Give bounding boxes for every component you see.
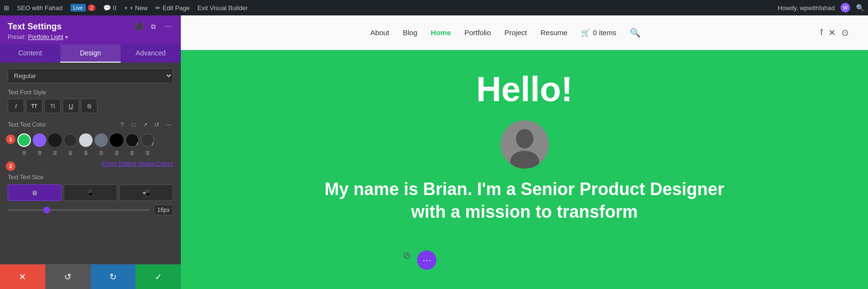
finish-editing-link[interactable]: Finish Editing Global Colors bbox=[8, 160, 173, 167]
swatch-black[interactable] bbox=[110, 133, 123, 147]
admin-bar-right: Howdy, wpwithfahad W 🔍 bbox=[778, 3, 864, 13]
exit-visual-label: Exit Visual Builder bbox=[197, 4, 248, 12]
font-style-select[interactable]: Regular bbox=[8, 68, 173, 83]
facebook-icon[interactable]: f bbox=[820, 27, 823, 38]
trash-7[interactable]: 🗑 bbox=[110, 148, 123, 158]
nav-about[interactable]: About bbox=[370, 28, 389, 37]
strikethrough-button[interactable]: S bbox=[81, 99, 97, 113]
trash-row-1: 🗑 🗑 🗑 🗑 🗑 🗑 🗑 🗑 🗑 bbox=[8, 148, 173, 158]
nav-cart[interactable]: 🛒 0 items bbox=[581, 28, 616, 37]
hero-section: Hello! My name is Brian. I'm a Senior Pr… bbox=[181, 50, 868, 289]
trash-2[interactable]: 🗑 bbox=[33, 148, 46, 158]
admin-search-icon[interactable]: 🔍 bbox=[856, 4, 864, 12]
swatch-green[interactable] bbox=[17, 133, 31, 147]
social-icons: f ✕ ⊙ bbox=[820, 27, 849, 38]
trash-8[interactable]: 🗑 bbox=[125, 148, 139, 158]
instagram-icon[interactable]: ⊙ bbox=[841, 27, 849, 38]
undo-button[interactable]: ↺ bbox=[45, 264, 91, 289]
exit-visual-item[interactable]: Exit Visual Builder bbox=[197, 4, 248, 12]
cursor-indicator: ⊘ bbox=[403, 250, 411, 261]
link-icon[interactable]: ↗ bbox=[140, 120, 150, 130]
undo-icon: ↺ bbox=[64, 272, 71, 282]
color-section-header: Text Text Color ? □ ↗ ↺ ⋯ bbox=[8, 120, 173, 130]
trash-4[interactable]: 🗑 bbox=[64, 148, 77, 158]
site-name: SEO with Fahad bbox=[17, 4, 63, 12]
help-icon[interactable]: ? bbox=[117, 120, 127, 130]
size-slider[interactable] bbox=[8, 209, 150, 211]
live-badge-item[interactable]: Live 2 bbox=[70, 4, 95, 12]
size-mobile-btn[interactable]: 📲 bbox=[119, 184, 173, 201]
panel-title-row: Text Settings ⬛ ⧉ ⋯ bbox=[8, 21, 173, 32]
swatch-dark1[interactable] bbox=[48, 133, 62, 147]
plus-icon: + bbox=[124, 4, 128, 12]
trash-6[interactable]: 🗑 bbox=[95, 148, 108, 158]
chat-icon: ⋯ bbox=[422, 255, 431, 265]
chat-bubble-button[interactable]: ⋯ bbox=[417, 250, 436, 270]
live-badge: Live bbox=[70, 4, 86, 12]
trash-1[interactable]: 🗑 bbox=[17, 148, 31, 158]
nav-resume[interactable]: Resume bbox=[541, 28, 568, 37]
panel-body: Regular Text Font Style I TT Tt U S Text… bbox=[0, 63, 181, 264]
tab-content[interactable]: Content bbox=[0, 44, 60, 63]
nav-portfolio[interactable]: Portfolio bbox=[464, 28, 491, 37]
nav-home[interactable]: Home bbox=[431, 28, 451, 37]
cart-count: 0 items bbox=[593, 28, 616, 37]
titlecase-button[interactable]: Tt bbox=[44, 99, 61, 113]
desktop-icon: 🖥 bbox=[31, 189, 38, 197]
minimize-icon[interactable]: ⬛ bbox=[134, 21, 144, 32]
preset-value[interactable]: Portfolio Light bbox=[28, 34, 63, 40]
cart-icon: 🛒 bbox=[581, 28, 590, 37]
slider-row: 16px bbox=[8, 205, 173, 215]
color-section-icons: ? □ ↗ ↺ ⋯ bbox=[117, 120, 173, 130]
swatch-lightgray[interactable] bbox=[79, 133, 93, 147]
nav-project[interactable]: Project bbox=[504, 28, 527, 37]
swatch-custom2[interactable]: / bbox=[141, 133, 154, 147]
main-wrapper: Text Settings ⬛ ⧉ ⋯ Preset: Portfolio Li… bbox=[0, 15, 868, 289]
trash-3[interactable]: 🗑 bbox=[48, 148, 62, 158]
nav-blog[interactable]: Blog bbox=[403, 28, 417, 37]
size-section-label: Text Text Size bbox=[8, 174, 173, 181]
hero-greeting: Hello! bbox=[476, 69, 572, 109]
swatch-custom1[interactable]: / bbox=[125, 133, 139, 147]
italic-button[interactable]: I bbox=[8, 99, 24, 113]
edit-page-item[interactable]: ✏ Edit Page bbox=[155, 4, 190, 12]
comments-item[interactable]: 💬 0 bbox=[103, 4, 116, 12]
bottom-toolbar: ✕ ↺ ↻ ✓ bbox=[0, 264, 181, 289]
size-buttons-row: 🖥 📱 📲 bbox=[8, 184, 173, 201]
tab-advanced[interactable]: Advanced bbox=[121, 44, 181, 63]
twitter-icon[interactable]: ✕ bbox=[828, 27, 836, 38]
tab-design[interactable]: Design bbox=[60, 44, 121, 63]
more-options-icon[interactable]: ⋯ bbox=[163, 21, 173, 32]
howdy-text: Howdy, wpwithfahad bbox=[778, 4, 835, 12]
new-item[interactable]: + + New bbox=[124, 4, 148, 12]
swatch-midgray[interactable] bbox=[95, 133, 108, 147]
cancel-icon: ✕ bbox=[19, 272, 26, 282]
wp-icon: ⊞ bbox=[4, 4, 9, 12]
preset-chevron-icon[interactable]: ▾ bbox=[65, 34, 68, 40]
reset-icon[interactable]: ↺ bbox=[152, 120, 162, 130]
swatch-dark2[interactable] bbox=[64, 133, 77, 147]
trash-5[interactable]: 🗑 bbox=[79, 148, 93, 158]
size-value: 16px bbox=[154, 205, 173, 215]
copy-icon[interactable]: □ bbox=[129, 120, 138, 130]
allcaps-button[interactable]: TT bbox=[26, 99, 42, 113]
size-desktop-btn[interactable]: 🖥 bbox=[8, 184, 62, 201]
panel-header-icons: ⬛ ⧉ ⋯ bbox=[134, 21, 173, 32]
user-avatar[interactable]: W bbox=[841, 3, 850, 13]
wp-logo-item[interactable]: ⊞ bbox=[4, 4, 9, 12]
save-button[interactable]: ✓ bbox=[136, 264, 181, 289]
expand-icon[interactable]: ⧉ bbox=[148, 21, 159, 32]
site-nav: About Blog Home Portfolio Project Resume… bbox=[181, 15, 868, 50]
size-tablet-btn[interactable]: 📱 bbox=[64, 184, 118, 201]
nav-search-icon[interactable]: 🔍 bbox=[630, 27, 640, 38]
site-name-item[interactable]: SEO with Fahad bbox=[17, 4, 63, 12]
swatch-purple[interactable] bbox=[33, 133, 46, 147]
cancel-button[interactable]: ✕ bbox=[0, 264, 45, 289]
new-label: + New bbox=[130, 4, 148, 12]
redo-icon: ↻ bbox=[109, 272, 117, 282]
more-color-icon[interactable]: ⋯ bbox=[163, 120, 173, 130]
notif-count: 0 bbox=[113, 4, 116, 12]
underline-button[interactable]: U bbox=[63, 99, 79, 113]
trash-9[interactable]: 🗑 bbox=[141, 148, 154, 158]
redo-button[interactable]: ↻ bbox=[91, 264, 136, 289]
